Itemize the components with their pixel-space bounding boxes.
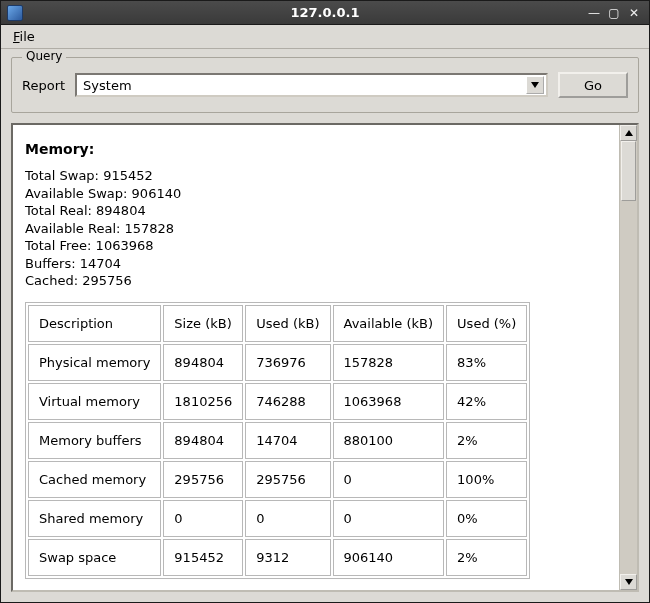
stat-available-swap: Available Swap: 906140	[25, 185, 607, 203]
cell-used: 0	[245, 500, 330, 537]
vertical-scrollbar[interactable]	[619, 125, 637, 590]
cell-available: 906140	[333, 539, 445, 576]
stat-available-real: Available Real: 157828	[25, 220, 607, 238]
cell-description: Physical memory	[28, 344, 161, 381]
svg-marker-0	[531, 82, 539, 88]
close-icon[interactable]: ✕	[627, 7, 641, 19]
cell-available: 0	[333, 461, 445, 498]
report-output: Memory: Total Swap: 915452 Available Swa…	[13, 125, 619, 590]
memory-table: Description Size (kB) Used (kB) Availabl…	[25, 302, 530, 579]
table-row: Swap space91545293129061402%	[28, 539, 527, 576]
output-frame: Memory: Total Swap: 915452 Available Swa…	[11, 123, 639, 592]
scrollbar-track[interactable]	[620, 141, 637, 574]
cell-description: Shared memory	[28, 500, 161, 537]
table-row: Physical memory89480473697615782883%	[28, 344, 527, 381]
col-description: Description	[28, 305, 161, 342]
table-row: Memory buffers894804147048801002%	[28, 422, 527, 459]
cell-available: 880100	[333, 422, 445, 459]
stat-total-free: Total Free: 1063968	[25, 237, 607, 255]
table-header-row: Description Size (kB) Used (kB) Availabl…	[28, 305, 527, 342]
col-used-pct: Used (%)	[446, 305, 527, 342]
minimize-icon[interactable]: —	[587, 7, 601, 19]
scroll-down-icon[interactable]	[620, 574, 637, 590]
stat-total-real: Total Real: 894804	[25, 202, 607, 220]
section-heading-memory: Memory:	[25, 141, 607, 157]
cell-used_pct: 2%	[446, 422, 527, 459]
report-label: Report	[22, 78, 65, 93]
cell-available: 0	[333, 500, 445, 537]
window-title: 127.0.0.1	[1, 5, 649, 20]
cell-description: Cached memory	[28, 461, 161, 498]
client-area: Query Report System Go Memory: Total Swa…	[1, 49, 649, 602]
cell-used: 9312	[245, 539, 330, 576]
cell-used_pct: 42%	[446, 383, 527, 420]
scroll-up-icon[interactable]	[620, 125, 637, 141]
memory-table-body: Physical memory89480473697615782883%Virt…	[28, 344, 527, 576]
report-select-value: System	[83, 78, 526, 93]
query-legend: Query	[22, 49, 66, 63]
go-button[interactable]: Go	[558, 72, 628, 98]
cell-description: Virtual memory	[28, 383, 161, 420]
chevron-down-icon[interactable]	[526, 76, 544, 94]
col-size: Size (kB)	[163, 305, 243, 342]
svg-marker-1	[625, 130, 633, 136]
titlebar[interactable]: 127.0.0.1 — ▢ ✕	[1, 1, 649, 25]
cell-used: 736976	[245, 344, 330, 381]
cell-used_pct: 2%	[446, 539, 527, 576]
cell-size: 894804	[163, 422, 243, 459]
col-available: Available (kB)	[333, 305, 445, 342]
table-row: Cached memory2957562957560100%	[28, 461, 527, 498]
stat-buffers: Buffers: 14704	[25, 255, 607, 273]
cell-description: Swap space	[28, 539, 161, 576]
menubar: File	[1, 25, 649, 49]
menu-file-rest: ile	[20, 29, 35, 44]
cell-used_pct: 100%	[446, 461, 527, 498]
query-group: Query Report System Go	[11, 57, 639, 113]
stat-cached: Cached: 295756	[25, 272, 607, 290]
maximize-icon[interactable]: ▢	[607, 7, 621, 19]
table-row: Shared memory0000%	[28, 500, 527, 537]
cell-used_pct: 83%	[446, 344, 527, 381]
table-row: Virtual memory1810256746288106396842%	[28, 383, 527, 420]
cell-size: 915452	[163, 539, 243, 576]
cell-used: 295756	[245, 461, 330, 498]
scrollbar-thumb[interactable]	[621, 141, 636, 201]
cell-size: 894804	[163, 344, 243, 381]
cell-description: Memory buffers	[28, 422, 161, 459]
memory-stats: Total Swap: 915452 Available Swap: 90614…	[25, 167, 607, 290]
cell-used: 14704	[245, 422, 330, 459]
app-icon	[7, 5, 23, 21]
cell-used_pct: 0%	[446, 500, 527, 537]
cell-size: 295756	[163, 461, 243, 498]
cell-size: 1810256	[163, 383, 243, 420]
menu-file[interactable]: File	[7, 27, 41, 46]
svg-marker-2	[625, 579, 633, 585]
cell-available: 157828	[333, 344, 445, 381]
query-row: Report System Go	[22, 72, 628, 98]
report-select[interactable]: System	[75, 73, 548, 97]
cell-used: 746288	[245, 383, 330, 420]
window-controls: — ▢ ✕	[587, 7, 649, 19]
cell-size: 0	[163, 500, 243, 537]
cell-available: 1063968	[333, 383, 445, 420]
col-used: Used (kB)	[245, 305, 330, 342]
app-window: 127.0.0.1 — ▢ ✕ File Query Report System…	[0, 0, 650, 603]
stat-total-swap: Total Swap: 915452	[25, 167, 607, 185]
